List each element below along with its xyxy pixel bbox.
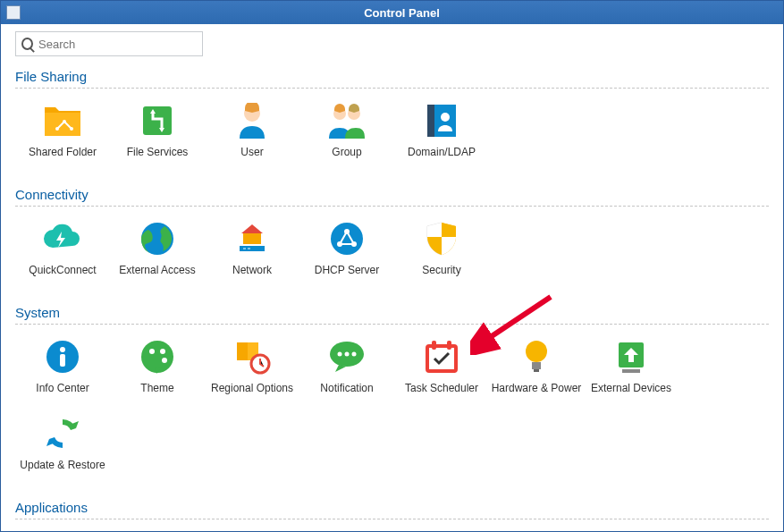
svg-rect-7 <box>427 105 434 137</box>
shared-folder-sync-item[interactable]: Shared Folder Sync <box>299 528 394 531</box>
search-box-icon <box>231 530 274 531</box>
item-label: Hardware & Power <box>492 382 582 409</box>
control-panel-icon <box>6 5 21 20</box>
item-label: Notification <box>320 382 373 409</box>
terminal-icon <box>420 530 463 531</box>
folder-share-icon <box>41 99 84 142</box>
item-label: User <box>240 146 263 173</box>
item-label: Shared Folder <box>29 146 97 173</box>
privileges-item[interactable]: Privileges <box>15 528 110 531</box>
divider <box>15 519 769 519</box>
security-item[interactable]: Security <box>394 215 489 292</box>
item-label: Task Scheduler <box>405 382 478 409</box>
item-label: DHCP Server <box>315 264 379 291</box>
domain-ldap-item[interactable]: Domain/LDAP <box>394 97 489 174</box>
item-label: External Devices <box>591 382 671 409</box>
svg-point-36 <box>526 341 547 362</box>
network-item[interactable]: Network <box>205 215 299 292</box>
regional-options-item[interactable]: Regional Options <box>205 334 299 410</box>
network-nodes-icon <box>325 217 368 260</box>
svg-rect-40 <box>622 369 640 373</box>
content-area: File Sharing Shared Folder File Services <box>1 24 783 531</box>
user-icon <box>231 99 274 142</box>
search-box[interactable] <box>15 31 203 56</box>
applications-grid: Privileges Application Portal Indexing S… <box>15 528 769 531</box>
notification-item[interactable]: Notification <box>299 334 394 410</box>
hardware-power-item[interactable]: Hardware & Power <box>489 334 584 410</box>
shared-folder-item[interactable]: Shared Folder <box>15 97 110 174</box>
router-icon <box>231 217 274 260</box>
update-restore-item[interactable]: Update & Restore <box>15 410 110 487</box>
svg-rect-13 <box>243 248 246 249</box>
upload-device-icon <box>610 335 653 378</box>
system-grid: Info Center Theme Regional Options Notif… <box>15 334 769 487</box>
task-scheduler-item[interactable]: Task Scheduler <box>394 334 489 410</box>
svg-point-23 <box>149 349 155 354</box>
item-label: QuickConnect <box>29 264 96 291</box>
svg-point-20 <box>60 347 65 352</box>
svg-rect-14 <box>248 248 250 249</box>
file-services-item[interactable]: File Services <box>110 97 205 174</box>
svg-rect-21 <box>60 354 65 367</box>
external-access-item[interactable]: External Access <box>110 215 205 292</box>
dhcp-server-item[interactable]: DHCP Server <box>299 215 394 292</box>
svg-point-24 <box>160 349 165 354</box>
lightbulb-icon <box>515 335 558 378</box>
divider <box>15 206 769 207</box>
svg-point-9 <box>441 113 450 122</box>
quickconnect-item[interactable]: QuickConnect <box>15 215 110 292</box>
item-label: Domain/LDAP <box>408 146 476 173</box>
section-system-title: System <box>15 305 769 320</box>
item-label: Info Center <box>36 382 89 409</box>
section-file-sharing-title: File Sharing <box>15 69 769 84</box>
section-connectivity-title: Connectivity <box>15 187 769 202</box>
item-label: Regional Options <box>211 382 293 409</box>
item-label: Network <box>232 264 272 291</box>
svg-rect-34 <box>432 341 436 350</box>
folder-sync-icon <box>325 530 368 531</box>
svg-rect-35 <box>447 341 451 350</box>
search-icon <box>21 38 33 50</box>
titlebar[interactable]: Control Panel <box>1 1 783 24</box>
svg-rect-38 <box>534 369 539 372</box>
group-item[interactable]: Group <box>299 97 394 174</box>
divider <box>15 88 769 89</box>
palette-icon <box>136 335 179 378</box>
flag-clock-icon <box>231 335 274 378</box>
svg-point-32 <box>352 352 357 357</box>
terminal-snmp-item[interactable]: Terminal & SNMP <box>394 528 489 531</box>
window-title: Control Panel <box>26 6 778 20</box>
item-label: External Access <box>119 264 195 291</box>
item-label: Theme <box>140 382 173 409</box>
svg-rect-26 <box>237 342 248 360</box>
svg-point-30 <box>338 352 342 357</box>
search-input[interactable] <box>38 38 197 51</box>
file-sharing-grid: Shared Folder File Services User Group <box>15 97 769 174</box>
user-item[interactable]: User <box>205 97 299 174</box>
svg-rect-37 <box>532 362 541 369</box>
apps-lock-icon <box>41 530 84 531</box>
svg-rect-3 <box>143 106 172 135</box>
item-label: Group <box>332 146 361 173</box>
external-devices-item[interactable]: External Devices <box>584 334 679 410</box>
svg-point-31 <box>345 352 350 357</box>
application-portal-item[interactable]: Application Portal <box>110 528 205 531</box>
info-icon <box>41 335 84 378</box>
info-center-item[interactable]: Info Center <box>15 334 110 410</box>
group-icon <box>325 99 368 142</box>
globe-icon <box>136 217 179 260</box>
speech-bubble-icon <box>325 335 368 378</box>
control-panel-window: Control Panel File Sharing Shared Folder… <box>0 0 784 532</box>
sync-arrows-icon <box>41 412 84 455</box>
shortcut-icon <box>136 530 179 531</box>
svg-rect-11 <box>243 233 261 244</box>
cloud-bolt-icon <box>41 217 84 260</box>
calendar-check-icon <box>420 335 463 378</box>
svg-point-25 <box>162 358 167 363</box>
item-label: File Services <box>127 146 189 173</box>
section-applications-title: Applications <box>15 500 769 515</box>
item-label: Update & Restore <box>20 459 105 486</box>
indexing-service-item[interactable]: Indexing Service <box>205 528 299 531</box>
theme-item[interactable]: Theme <box>110 334 205 410</box>
address-book-icon <box>420 99 463 142</box>
